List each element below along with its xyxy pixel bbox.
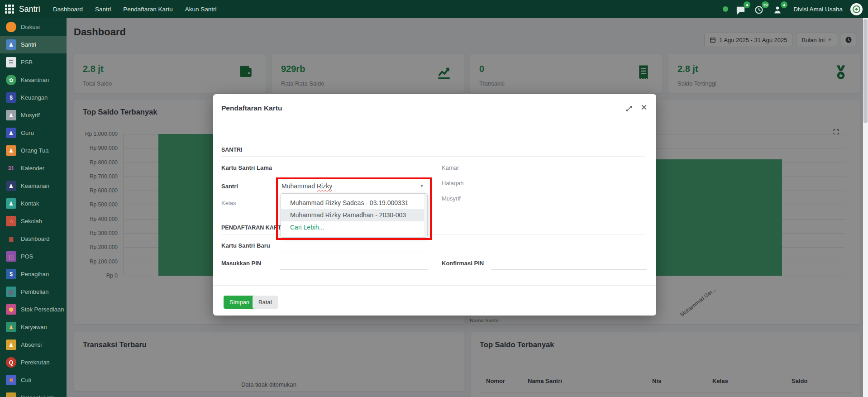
sidebar-item[interactable]: ∞ Pelacak Link <box>0 389 67 397</box>
sidebar-item[interactable]: ⬢ Stok Persediaan <box>0 301 67 318</box>
sidebar-item-icon: ♟ <box>6 128 16 138</box>
search-more-link[interactable]: Cari Lebih... <box>281 221 427 234</box>
close-icon[interactable]: × <box>641 101 647 113</box>
sidebar-item[interactable]: 31 Kalender <box>0 159 67 177</box>
sidebar-item[interactable]: ▦ Dashboard <box>0 230 67 248</box>
sidebar-item-label: Cuti <box>21 377 31 383</box>
history-notifications-button[interactable]: 19 <box>754 3 765 15</box>
sidebar-item-label: Pembelian <box>21 288 48 295</box>
sidebar-item[interactable]: ✖ Cuti <box>0 371 67 389</box>
navbar-menu: DashboardSantriPendaftaran KartuAkun San… <box>53 6 217 13</box>
page-scrollbar[interactable] <box>863 18 868 397</box>
sidebar-item-icon: ⬢ <box>6 304 16 315</box>
sidebar-item-label: Kesantrian <box>21 77 49 83</box>
user-avatar[interactable] <box>850 3 863 15</box>
approval-icon <box>773 5 782 14</box>
sidebar-item[interactable]: ☰ PSB <box>0 53 67 71</box>
sidebar-item-label: Keamanan <box>21 182 49 189</box>
sidebar-item-icon: $ <box>6 92 16 103</box>
chat-notifications-button[interactable]: 4 <box>736 3 747 15</box>
dropdown-option-highlighted[interactable]: Muhammad Rizky Ramadhan - 2030-003 <box>281 209 427 221</box>
sidebar-item-label: Guru <box>21 129 34 136</box>
santri-input-value-misspelled: Rizky <box>317 182 332 190</box>
save-button[interactable]: Simpan <box>224 296 255 309</box>
kartu-santri-baru-input[interactable] <box>280 239 428 252</box>
sidebar-item-icon: ♟ <box>6 181 16 191</box>
sidebar-item[interactable]: ♟ Keamanan <box>0 177 67 195</box>
navbar-menu-item[interactable]: Dashboard <box>53 6 83 13</box>
kartu-santri-lama-input[interactable] <box>280 161 428 174</box>
sidebar-item-icon: ♟ <box>6 340 16 350</box>
sidebar-item-label: Kontak <box>21 200 39 207</box>
sidebar-item[interactable]: Q Perekrutan <box>0 354 67 371</box>
santri-input-value: Muhammad <box>281 182 315 190</box>
halaqah-label: Halaqah <box>442 180 491 187</box>
sidebar-item[interactable]: Diskusi <box>0 18 67 36</box>
sidebar-item[interactable]: ♟ Guru <box>0 124 67 142</box>
navbar-menu-item[interactable]: Akun Santri <box>185 6 217 13</box>
musyrif-label: Musyrif <box>442 195 491 202</box>
santri-label: Santri <box>221 183 280 190</box>
current-user-label[interactable]: Divisi Amal Usaha <box>793 6 843 13</box>
section-santri-label: SANTRI <box>221 147 645 157</box>
brand-title[interactable]: Santri <box>19 5 40 14</box>
sidebar-item[interactable]: ♟ Orang Tua <box>0 142 67 159</box>
sidebar-item[interactable]: ✿ Kesantrian <box>0 71 67 89</box>
scrollbar-thumb[interactable] <box>863 19 868 123</box>
sidebar-item-icon: ☰ <box>6 57 16 67</box>
sidebar-item-icon: ♟ <box>6 39 16 50</box>
sidebar-item[interactable]: ⌂ Sekolah <box>0 212 67 230</box>
dropdown-scrollbar[interactable] <box>424 194 427 237</box>
sidebar-item-label: Santri <box>21 41 36 48</box>
sidebar-item-icon: Q <box>6 357 16 368</box>
sidebar-item[interactable]: ♟ Karyawan <box>0 318 67 336</box>
sidebar-item-label: Penagihan <box>21 271 49 277</box>
sidebar-item[interactable]: $ Keuangan <box>0 89 67 106</box>
approval-notifications-button[interactable]: 4 <box>773 3 784 15</box>
approval-badge: 4 <box>781 1 787 8</box>
kartu-santri-lama-label: Kartu Santri Lama <box>221 164 280 171</box>
sidebar-item-icon: ✿ <box>6 75 16 85</box>
sidebar-item[interactable]: ♟ Kontak <box>0 195 67 212</box>
sidebar-item-icon: ▤ <box>6 287 16 297</box>
chat-icon <box>736 6 745 14</box>
kamar-label: Kamar <box>442 164 491 171</box>
expand-modal-icon[interactable] <box>625 105 633 114</box>
sidebar-item-label: Perekrutan <box>21 359 50 366</box>
sidebar-item[interactable]: ▤ Pembelian <box>0 283 67 301</box>
konfirmasi-pin-input[interactable] <box>491 256 647 270</box>
sidebar-item-label: Musyrif <box>21 112 40 119</box>
sidebar-item-icon: 31 <box>6 163 16 173</box>
navbar-menu-item[interactable]: Santri <box>95 6 111 13</box>
sidebar-item-icon: ⌂ <box>6 216 16 226</box>
santri-select-dropdown: Muhammad Rizky Sadeas - 03.19.000331 Muh… <box>281 193 428 238</box>
app-grid-icon[interactable] <box>5 5 14 14</box>
sidebar-item-label: Karyawan <box>21 324 47 330</box>
modal-footer: Simpan Batal <box>213 285 656 316</box>
sidebar-item[interactable]: ♟ Absensi <box>0 336 67 354</box>
sidebar-item[interactable]: ◫ POS <box>0 248 67 265</box>
santri-select-input[interactable]: MuhammadRizky ▼ <box>280 179 428 193</box>
kelas-label: Kelas <box>221 200 280 206</box>
konfirmasi-pin-label: Konfirmasi PIN <box>442 260 491 267</box>
sidebar-item[interactable]: $ Penagihan <box>0 265 67 283</box>
sidebar-item-icon: ♟ <box>6 110 16 120</box>
history-badge: 19 <box>762 1 769 8</box>
masukkan-pin-input[interactable] <box>280 256 428 270</box>
sidebar-item-icon: ◫ <box>6 251 16 262</box>
masukkan-pin-label: Masukkan PIN <box>221 260 280 267</box>
dropdown-option[interactable]: Muhammad Rizky Sadeas - 03.19.000331 <box>281 197 427 209</box>
sidebar-item-icon: ♟ <box>6 322 16 332</box>
navbar-menu-item[interactable]: Pendaftaran Kartu <box>123 6 173 13</box>
sidebar-item-icon: ▦ <box>6 234 16 244</box>
sidebar-item-label: POS <box>21 253 33 260</box>
sidebar-item-icon: ✖ <box>6 375 16 385</box>
sidebar-item-label: Pelacak Link <box>21 394 54 397</box>
chevron-down-icon: ▼ <box>420 183 424 188</box>
modal-title: Pendaftaran Kartu <box>221 104 282 112</box>
sidebar-item[interactable]: ♟ Santri <box>0 36 67 53</box>
sidebar-item-label: Diskusi <box>21 24 40 30</box>
sidebar-item[interactable]: ♟ Musyrif <box>0 106 67 124</box>
sidebar-item-label: Kalender <box>21 165 44 172</box>
cancel-button[interactable]: Batal <box>253 296 278 309</box>
